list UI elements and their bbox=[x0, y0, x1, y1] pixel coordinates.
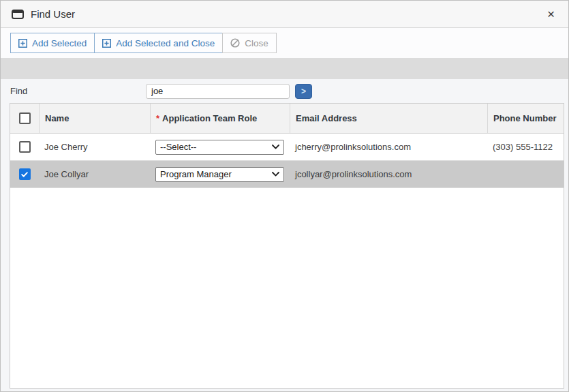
role-cell: Program Manager bbox=[150, 161, 290, 187]
dialog-content: Find > Name * Application Team Role bbox=[1, 58, 568, 391]
header-band bbox=[1, 58, 568, 79]
header-phone: Phone Number bbox=[487, 104, 564, 133]
email-cell: jcollyar@prolinksolutions.com bbox=[290, 161, 487, 187]
search-bar: Find > bbox=[1, 79, 568, 103]
role-select[interactable]: Program Manager bbox=[155, 167, 284, 182]
name-cell: Joe Collyar bbox=[39, 161, 150, 187]
name-cell: Joe Cherry bbox=[39, 134, 150, 160]
table-body: Joe Cherry --Select-- jcherry@prolinksol… bbox=[10, 134, 564, 188]
users-table: Name * Application Team Role Email Addre… bbox=[10, 103, 564, 389]
row-checkbox-cell bbox=[10, 161, 39, 187]
search-go-button[interactable]: > bbox=[295, 84, 312, 99]
chevron-down-icon bbox=[272, 145, 279, 149]
row-checkbox[interactable] bbox=[19, 141, 31, 153]
table-header-row: Name * Application Team Role Email Addre… bbox=[10, 104, 564, 134]
find-user-dialog: Find User × Add Selected Add bbox=[0, 0, 569, 392]
header-checkbox-cell bbox=[10, 104, 39, 133]
close-button[interactable]: Close bbox=[222, 33, 277, 53]
add-selected-and-close-button[interactable]: Add Selected and Close bbox=[94, 33, 223, 53]
header-name: Name bbox=[39, 104, 150, 133]
role-select[interactable]: --Select-- bbox=[155, 140, 284, 155]
table-row[interactable]: Joe Cherry --Select-- jcherry@prolinksol… bbox=[10, 134, 564, 161]
required-asterisk: * bbox=[156, 113, 159, 123]
dialog-toolbar: Add Selected Add Selected and Close Clos… bbox=[1, 28, 568, 58]
chevron-down-icon bbox=[272, 172, 279, 177]
search-input[interactable] bbox=[146, 84, 290, 99]
window-icon bbox=[12, 9, 24, 20]
select-all-checkbox[interactable] bbox=[19, 112, 31, 124]
header-role: * Application Team Role bbox=[150, 104, 290, 133]
dialog-title: Find User bbox=[31, 8, 75, 20]
add-selected-label: Add Selected bbox=[32, 38, 87, 48]
email-cell: jcherry@prolinksolutions.com bbox=[290, 134, 487, 160]
phone-cell: (303) 555-1122 bbox=[487, 134, 564, 160]
dialog-titlebar: Find User × bbox=[1, 1, 568, 28]
header-email: Email Address bbox=[290, 104, 487, 133]
add-selected-button[interactable]: Add Selected bbox=[10, 33, 95, 53]
role-cell: --Select-- bbox=[150, 134, 290, 160]
ban-icon bbox=[230, 38, 240, 48]
plus-square-icon bbox=[18, 39, 27, 48]
close-button-label: Close bbox=[245, 38, 268, 48]
search-label: Find bbox=[10, 86, 146, 96]
row-checkbox[interactable] bbox=[19, 168, 31, 180]
table-row[interactable]: Joe Collyar Program Manager jcollyar@pro… bbox=[10, 161, 564, 188]
close-icon[interactable]: × bbox=[544, 6, 557, 22]
add-selected-and-close-label: Add Selected and Close bbox=[116, 38, 215, 48]
row-checkbox-cell bbox=[10, 134, 39, 160]
plus-square-icon bbox=[102, 39, 111, 48]
phone-cell bbox=[487, 161, 564, 187]
